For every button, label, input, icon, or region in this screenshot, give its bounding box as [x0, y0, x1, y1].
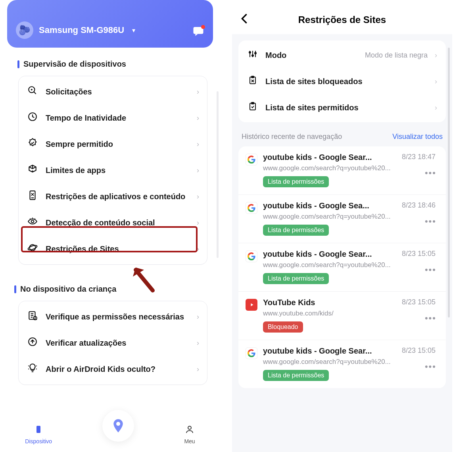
history-time: 8/23 15:05 — [402, 298, 436, 306]
history-url: www.google.com/search?q=youtube%20... — [263, 358, 398, 366]
history-url: www.google.com/search?q=youtube%20... — [263, 164, 398, 172]
badge-allowed: Lista de permissões — [263, 176, 329, 187]
item-downtime[interactable]: Tempo de Inatividade › — [19, 105, 207, 131]
item-label: Restrições de Sites — [46, 244, 190, 254]
chevron-right-icon: › — [197, 166, 199, 175]
view-all-link[interactable]: Visualizar todos — [392, 133, 443, 141]
youtube-icon — [246, 299, 257, 311]
clipboard-block-icon — [247, 75, 258, 87]
history-list: youtube kids - Google Sear...8/23 18:47w… — [238, 146, 446, 388]
item-requests[interactable]: Solicitações › — [19, 79, 207, 105]
item-label: Sempre permitido — [46, 140, 190, 149]
phone-block-icon — [27, 190, 38, 203]
item-social-detection[interactable]: Detecção de conteúdo social › — [19, 210, 207, 236]
row-mode[interactable]: Modo Modo de lista negra › — [238, 42, 446, 68]
history-title: youtube kids - Google Sea... — [263, 201, 369, 210]
page-header: Restrições de Sites — [232, 0, 452, 34]
chevron-right-icon: › — [435, 104, 437, 112]
row-label: Lista de sites permitidos — [265, 103, 428, 112]
nav-location[interactable] — [102, 410, 134, 442]
chevron-right-icon: › — [435, 77, 437, 86]
item-label: Abrir o AirDroid Kids oculto? — [46, 365, 190, 374]
more-button[interactable]: ••• — [425, 216, 436, 227]
item-site-restrictions[interactable]: Restrições de Sites › — [19, 236, 207, 262]
item-label: Restrições de aplicativos e conteúdo — [46, 192, 190, 201]
row-blocked-list[interactable]: Lista de sites bloqueados › — [238, 68, 446, 94]
nav-device[interactable]: Dispositivo — [25, 425, 52, 444]
item-label: Verifique as permissões necessárias — [46, 312, 190, 321]
history-main: youtube kids - Google Sear...8/23 15:05w… — [263, 346, 436, 381]
more-button[interactable]: ••• — [425, 313, 436, 323]
chevron-right-icon: › — [197, 339, 199, 347]
row-allowed-list[interactable]: Lista de sites permitidos › — [238, 94, 446, 121]
heading-bar — [14, 285, 16, 293]
section-label: Supervisão de dispositivos — [23, 60, 126, 69]
history-row[interactable]: youtube kids - Google Sear...8/23 18:47w… — [238, 146, 446, 195]
child-device-card: Verifique as permissões necessárias › Ve… — [18, 301, 207, 385]
eye-icon — [27, 216, 38, 229]
mode-label: Modo — [265, 51, 358, 60]
history-label: Histórico recente de navegação — [242, 133, 342, 141]
chevron-right-icon: › — [435, 51, 437, 60]
nav-me[interactable]: Meu — [184, 425, 195, 444]
section-on-child: No dispositivo da criança — [14, 285, 220, 294]
phone-right: Restrições de Sites Modo Modo de lista n… — [232, 0, 452, 452]
requests-icon — [27, 85, 38, 98]
history-title: youtube kids - Google Sear... — [263, 153, 372, 162]
notification-dot — [201, 25, 205, 29]
item-label: Limites de apps — [46, 166, 190, 175]
person-icon — [185, 425, 194, 437]
mode-value: Modo de lista negra — [365, 51, 428, 60]
modes-card: Modo Modo de lista negra › Lista de site… — [238, 40, 446, 122]
google-icon — [246, 154, 257, 165]
item-app-limits[interactable]: Limites de apps › — [19, 157, 207, 183]
history-row[interactable]: youtube kids - Google Sear...8/23 15:05w… — [238, 243, 446, 292]
item-label: Solicitações — [46, 87, 190, 96]
row-label: Lista de sites bloqueados — [265, 77, 428, 86]
item-always-allowed[interactable]: Sempre permitido › — [19, 131, 207, 157]
nav-label: Dispositivo — [25, 438, 52, 444]
section-label: No dispositivo da criança — [20, 285, 116, 294]
history-url: www.youtube.com/kids/ — [263, 310, 398, 317]
chevron-right-icon: › — [197, 140, 199, 148]
scrollbar[interactable] — [448, 48, 450, 317]
history-row[interactable]: youtube kids - Google Sea...8/23 18:46ww… — [238, 195, 446, 243]
history-main: youtube kids - Google Sea...8/23 18:46ww… — [263, 201, 436, 236]
checklist-icon — [27, 310, 38, 323]
item-open-hidden[interactable]: Abrir o AirDroid Kids oculto? › — [19, 356, 207, 382]
planet-icon — [27, 242, 38, 255]
item-check-updates[interactable]: Verificar atualizações › — [19, 330, 207, 356]
chevron-right-icon: › — [197, 88, 199, 96]
history-url: www.google.com/search?q=youtube%20... — [263, 261, 398, 269]
more-button[interactable]: ••• — [425, 168, 436, 178]
badge-icon — [27, 138, 38, 150]
item-app-content-restrictions[interactable]: Restrições de aplicativos e conteúdo › — [19, 183, 207, 210]
chevron-right-icon: › — [197, 219, 199, 227]
supervision-card: Solicitações › Tempo de Inatividade › Se… — [18, 76, 207, 265]
badge-blocked: Bloqueado — [263, 321, 303, 333]
badge-allowed: Lista de permissões — [263, 273, 329, 284]
badge-allowed: Lista de permissões — [263, 225, 329, 236]
history-time: 8/23 15:05 — [402, 346, 436, 355]
back-button[interactable] — [241, 13, 248, 27]
chevron-right-icon: › — [197, 313, 199, 321]
svg-point-4 — [31, 220, 34, 223]
item-label: Tempo de Inatividade — [46, 113, 190, 123]
more-button[interactable]: ••• — [425, 362, 436, 372]
svg-point-11 — [116, 422, 120, 426]
update-icon — [27, 337, 38, 349]
device-selector[interactable]: 🫐 Samsung SM-G986U ▾ — [16, 21, 135, 39]
scrollbar[interactable] — [217, 91, 219, 258]
history-title: youtube kids - Google Sear... — [263, 346, 372, 356]
phone-left: 🫐 Samsung SM-G986U ▾ Supervisão de dispo… — [0, 0, 220, 452]
chevron-right-icon: › — [197, 245, 199, 253]
history-row[interactable]: YouTube Kids8/23 15:05www.youtube.com/ki… — [238, 292, 446, 340]
nav-label: Meu — [184, 438, 195, 444]
item-check-permissions[interactable]: Verifique as permissões necessárias › — [19, 304, 207, 330]
svg-point-12 — [188, 426, 191, 429]
more-button[interactable]: ••• — [425, 265, 436, 275]
history-row[interactable]: youtube kids - Google Sear...8/23 15:05w… — [238, 340, 446, 388]
messages-button[interactable] — [192, 26, 204, 39]
cube-icon — [27, 164, 38, 177]
page-title: Restrições de Sites — [298, 14, 386, 25]
